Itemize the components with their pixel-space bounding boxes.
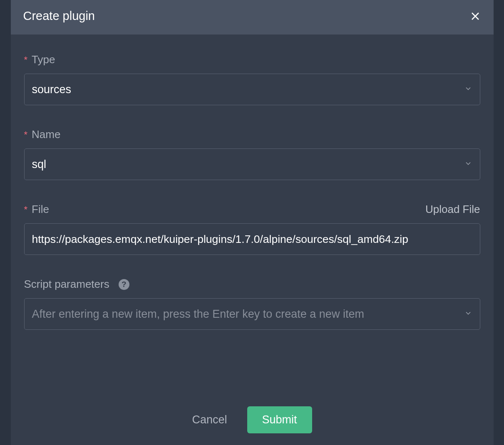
file-input-wrap[interactable] (24, 223, 480, 255)
upload-file-link[interactable]: Upload File (425, 203, 480, 216)
modal-header: Create plugin (11, 0, 494, 35)
script-parameters-placeholder: After entering a new item, press the Ent… (32, 308, 364, 321)
name-select-value: sql (32, 158, 47, 171)
type-label: * Type (24, 53, 55, 66)
file-label-text: File (32, 203, 49, 216)
file-input[interactable] (32, 233, 472, 246)
chevron-down-icon (464, 84, 472, 94)
chevron-down-icon (464, 309, 472, 319)
field-name: * Name sql (24, 128, 480, 180)
chevron-down-icon (464, 159, 472, 169)
script-parameters-label-text: Script parameters (24, 278, 109, 291)
file-label: * File (24, 203, 49, 216)
label-row-script: Script parameters ? (24, 278, 480, 291)
script-parameters-label: Script parameters ? (24, 278, 129, 291)
name-select[interactable]: sql (24, 148, 480, 180)
submit-button[interactable]: Submit (247, 406, 312, 433)
name-label: * Name (24, 128, 61, 141)
modal-body: * Type sources * Name sql (11, 35, 494, 330)
label-row-type: * Type (24, 53, 480, 66)
modal-footer: Cancel Submit (11, 406, 494, 433)
cancel-button[interactable]: Cancel (192, 413, 227, 426)
required-asterisk: * (24, 54, 28, 65)
required-asterisk: * (24, 129, 28, 140)
label-row-file: * File Upload File (24, 203, 480, 216)
field-type: * Type sources (24, 53, 480, 105)
help-icon[interactable]: ? (119, 279, 129, 290)
script-parameters-input[interactable]: After entering a new item, press the Ent… (24, 298, 480, 330)
type-label-text: Type (32, 53, 55, 66)
close-button[interactable] (469, 10, 481, 22)
type-select[interactable]: sources (24, 74, 480, 105)
name-label-text: Name (32, 128, 60, 141)
modal-title: Create plugin (23, 9, 95, 23)
label-row-name: * Name (24, 128, 480, 141)
field-file: * File Upload File (24, 203, 480, 255)
field-script-parameters: Script parameters ? After entering a new… (24, 278, 480, 330)
type-select-value: sources (32, 83, 72, 96)
close-icon (470, 11, 480, 21)
required-asterisk: * (24, 204, 28, 215)
create-plugin-modal: Create plugin * Type sources (11, 0, 494, 445)
